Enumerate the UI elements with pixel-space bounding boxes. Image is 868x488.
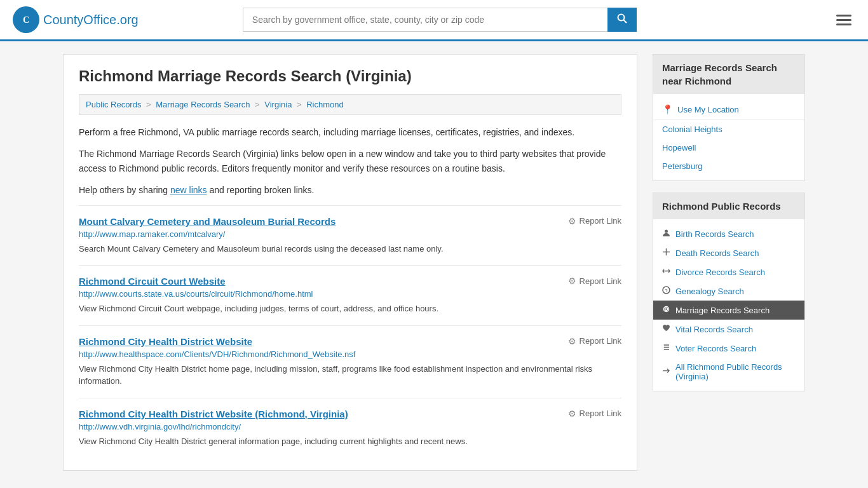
public-records-items: Birth Records Search Death Records Searc… [653,219,804,391]
nearby-links: Colonial HeightsHopewellPetersburg [653,120,804,175]
svg-point-10 [665,308,668,311]
sidebar-icon-6 [662,343,670,353]
record-url-3[interactable]: http://www.vdh.virginia.gov/lhd/richmond… [79,422,621,431]
nearby-section-title: Marriage Records Search near Richmond [653,55,804,94]
svg-point-4 [665,230,668,233]
page-title: Richmond Marriage Records Search (Virgin… [79,67,621,85]
report-link-3[interactable]: ⚙ Report Link [568,409,621,419]
public-record-item-6[interactable]: Voter Records Search [653,339,804,358]
svg-line-3 [623,20,627,24]
svg-point-9 [664,307,669,312]
record-url-1[interactable]: http://www.courts.state.va.us/courts/cir… [79,289,621,299]
sidebar-icon-2 [662,267,670,277]
record-desc-1: View Richmond Circuit Court webpage, inc… [79,302,621,315]
nearby-link-0[interactable]: Colonial Heights [653,120,804,139]
sidebar-icon-7 [662,367,670,377]
public-record-item-0[interactable]: Birth Records Search [653,224,804,243]
sidebar-item-label-0: Birth Records Search [675,229,754,239]
location-pin-icon: 📍 [662,104,673,114]
sidebar-item-label-7: All Richmond Public Records (Virginia) [675,362,796,381]
record-title-0[interactable]: Mount Calvary Cemetery and Mausoleum Bur… [79,216,336,227]
search-input[interactable] [243,8,607,32]
report-icon-3: ⚙ [568,409,576,419]
svg-text:C: C [23,15,29,25]
record-title-1[interactable]: Richmond Circuit Court Website [79,276,226,287]
record-desc-2: View Richmond City Health District home … [79,363,621,388]
record-url-0[interactable]: http://www.map.ramaker.com/mtcalvary/ [79,229,621,239]
breadcrumb-public-records[interactable]: Public Records [86,100,141,109]
logo-text: CountyOffice.org [43,13,139,27]
sidebar-icon-3: ? [662,286,670,296]
breadcrumb-richmond[interactable]: Richmond [306,100,344,109]
public-records-section: Richmond Public Records Birth Records Se… [653,193,805,391]
report-icon-2: ⚙ [568,336,576,346]
svg-text:?: ? [665,288,668,294]
sidebar-item-label-4: Marriage Records Search [675,306,770,315]
nearby-link-1[interactable]: Hopewell [653,139,804,157]
description-2: The Richmond Marriage Records Search (Vi… [79,147,621,175]
nearby-link-2[interactable]: Petersburg [653,157,804,175]
public-record-item-5[interactable]: Vital Records Search [653,320,804,339]
breadcrumb-marriage-records[interactable]: Marriage Records Search [156,100,250,109]
record-item-3: Richmond City Health District Website (R… [79,398,621,458]
report-link-1[interactable]: ⚙ Report Link [568,276,621,286]
search-button[interactable] [607,8,637,32]
nearby-section: Marriage Records Search near Richmond 📍 … [653,54,805,181]
logo[interactable]: C CountyOffice.org [13,6,139,33]
sidebar-icon-0 [662,229,670,239]
new-links-link[interactable]: new links [170,185,207,195]
sidebar-item-label-6: Voter Records Search [675,344,756,353]
records-list: Mount Calvary Cemetery and Mausoleum Bur… [79,205,621,458]
report-icon-1: ⚙ [568,276,576,286]
report-icon-0: ⚙ [568,216,576,226]
sidebar-item-label-5: Vital Records Search [675,325,753,334]
report-link-2[interactable]: ⚙ Report Link [568,336,621,346]
public-record-item-7[interactable]: All Richmond Public Records (Virginia) [653,358,804,386]
record-item-2: Richmond City Health District Website ⚙ … [79,325,621,398]
breadcrumb: Public Records > Marriage Records Search… [79,94,621,115]
public-record-item-4[interactable]: Marriage Records Search [653,301,804,320]
sidebar: Marriage Records Search near Richmond 📍 … [653,54,805,471]
logo-icon: C [13,6,39,33]
public-record-item-1[interactable]: Death Records Search [653,243,804,262]
sidebar-icon-5 [662,324,670,334]
record-desc-0: Search Mount Calvary Cemetery and Mausol… [79,243,621,255]
record-item-0: Mount Calvary Cemetery and Mausoleum Bur… [79,205,621,266]
record-title-3[interactable]: Richmond City Health District Website (R… [79,409,348,419]
svg-point-2 [618,15,624,21]
record-url-2[interactable]: http://www.healthspace.com/Clients/VDH/R… [79,349,621,359]
menu-button[interactable] [832,11,855,29]
sidebar-item-label-2: Divorce Records Search [675,268,765,277]
sidebar-item-label-3: Genealogy Search [675,287,744,296]
search-bar [243,8,637,32]
public-records-title: Richmond Public Records [653,193,804,219]
public-record-item-2[interactable]: Divorce Records Search [653,262,804,281]
record-desc-3: View Richmond City Health District gener… [79,435,621,448]
breadcrumb-virginia[interactable]: Virginia [264,100,292,109]
report-link-0[interactable]: ⚙ Report Link [568,216,621,226]
record-item-1: Richmond Circuit Court Website ⚙ Report … [79,265,621,325]
sidebar-icon-1 [662,248,670,258]
description-1: Perform a free Richmond, VA public marri… [79,125,621,139]
record-title-2[interactable]: Richmond City Health District Website [79,336,252,347]
sidebar-item-label-1: Death Records Search [675,248,759,258]
use-my-location[interactable]: 📍 Use My Location [653,99,804,120]
description-3: Help others by sharing new links and rep… [79,183,621,197]
public-record-item-3[interactable]: ? Genealogy Search [653,281,804,301]
sidebar-icon-4 [662,305,670,315]
